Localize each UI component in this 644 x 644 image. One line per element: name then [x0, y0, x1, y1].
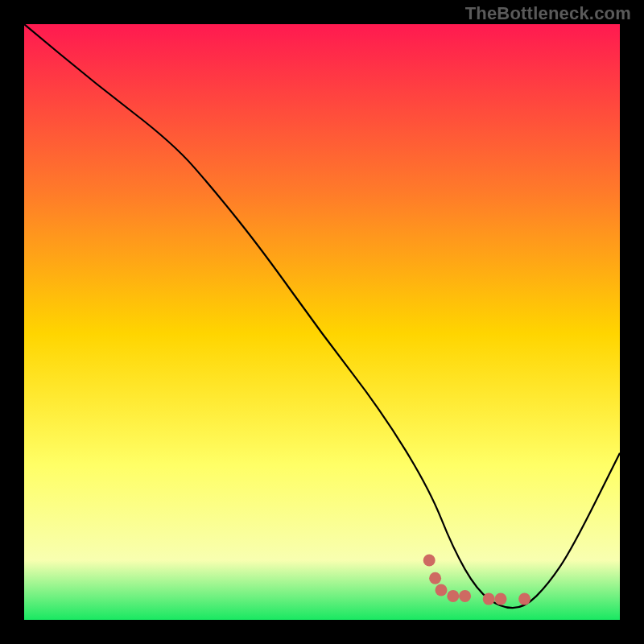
highlight-h: [518, 593, 530, 605]
chart-svg: [24, 24, 620, 620]
chart-container: TheBottleneck.com: [0, 0, 644, 644]
gradient-background: [24, 24, 620, 620]
highlight-e: [459, 590, 471, 602]
highlight-a: [423, 555, 436, 567]
highlight-b: [429, 572, 441, 584]
plot-area: [24, 24, 620, 620]
highlight-d: [447, 590, 459, 602]
highlight-g: [495, 593, 507, 605]
highlight-c: [436, 584, 448, 597]
highlight-f: [483, 593, 495, 605]
watermark-text: TheBottleneck.com: [465, 3, 631, 24]
